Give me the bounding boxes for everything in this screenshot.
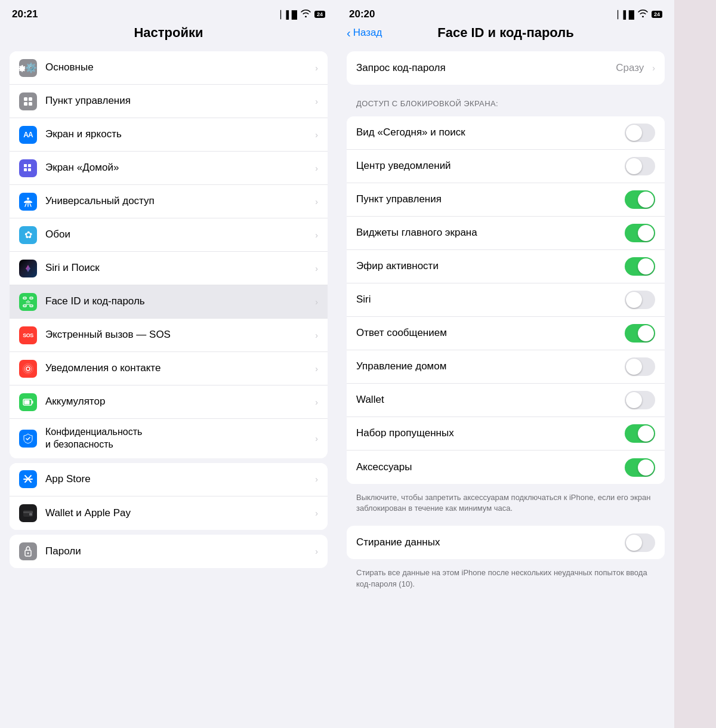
label-tsentr-uved: Центр уведомлений	[356, 159, 625, 172]
row-sos[interactable]: SOS Экстренный вызов — SOS ›	[10, 319, 328, 352]
label-domoy: Экран «Домой»	[45, 161, 310, 174]
svg-rect-25	[29, 513, 32, 516]
back-label: Назад	[353, 27, 382, 39]
row-punkt-upr-toggle[interactable]: Пункт управления	[347, 183, 665, 217]
label-nabor: Набор пропущенных	[356, 427, 625, 440]
value-zapros-koda: Сразу	[616, 62, 644, 74]
row-wallet-toggle[interactable]: Wallet	[347, 384, 665, 417]
svg-point-27	[27, 552, 29, 554]
row-zapros-koda[interactable]: Запрос код-пароля Сразу ›	[347, 51, 665, 85]
svg-point-10	[27, 198, 29, 200]
section-title-lock: ДОСТУП С БЛОКИРОВКОЙ ЭКРАНА:	[337, 90, 674, 112]
svg-rect-3	[24, 102, 27, 106]
battery-right: 24	[652, 11, 662, 18]
row-oboi[interactable]: ✿ Обои ›	[10, 218, 328, 252]
label-sos: Экстренный вызов — SOS	[45, 328, 310, 341]
row-konfid[interactable]: Конфиденциальность и безопасность ›	[10, 419, 328, 458]
label-wallet-toggle: Wallet	[356, 393, 625, 406]
label-faceid: Face ID и код-пароль	[45, 295, 310, 308]
status-icons-right: ▏▌█ 24	[618, 9, 662, 20]
toggle-punkt-upr[interactable]	[625, 190, 655, 209]
row-siri[interactable]: Siri и Поиск ›	[10, 252, 328, 285]
row-paroli[interactable]: Пароли ›	[10, 535, 328, 568]
chevron-faceid: ›	[315, 297, 318, 307]
time-left: 20:21	[12, 8, 38, 20]
row-appstore[interactable]: App Store ›	[10, 463, 328, 496]
chevron-universal: ›	[315, 197, 318, 206]
svg-rect-4	[29, 102, 32, 106]
chevron-wallet: ›	[315, 508, 318, 518]
row-universal[interactable]: Универсальный доступ ›	[10, 185, 328, 218]
toggle-wallet[interactable]	[625, 391, 655, 409]
chevron-siri: ›	[315, 264, 318, 273]
row-efir[interactable]: Эфир активности	[347, 250, 665, 283]
icon-paroli	[19, 542, 37, 560]
svg-rect-22	[32, 400, 33, 403]
toggle-efir[interactable]	[625, 257, 655, 276]
row-otvet[interactable]: Ответ сообщением	[347, 317, 665, 350]
label-siri: Siri и Поиск	[45, 261, 310, 274]
row-akkum[interactable]: Аккумулятор ›	[10, 385, 328, 419]
chevron-uved-kontakt: ›	[315, 364, 318, 374]
label-aksessuary: Аксессуары	[356, 461, 625, 474]
label-universal: Универсальный доступ	[45, 195, 310, 208]
chevron-konfid: ›	[315, 434, 318, 443]
wifi-icon	[301, 9, 311, 20]
wifi-icon-right	[638, 9, 648, 20]
row-dom[interactable]: Управление домом	[347, 350, 665, 384]
back-chevron-icon: ‹	[347, 26, 351, 40]
svg-rect-24	[23, 511, 33, 513]
label-ekran: Экран и яркость	[45, 128, 310, 141]
row-siri-toggle[interactable]: Siri	[347, 283, 665, 317]
toggle-vidzhet[interactable]	[625, 224, 655, 242]
row-tsentr-uved[interactable]: Центр уведомлений	[347, 150, 665, 183]
settings-content-left: ⚙️ Основные › Пункт управления ›	[0, 47, 337, 728]
label-vid-segodnya: Вид «Сегодня» и поиск	[356, 126, 625, 139]
battery-left: 24	[314, 11, 325, 18]
icon-appstore	[19, 470, 37, 488]
label-efir: Эфир активности	[356, 260, 625, 273]
svg-rect-6	[28, 164, 31, 167]
label-uved-kontakt: Уведомления о контакте	[45, 362, 310, 375]
toggle-stiranie[interactable]	[625, 533, 655, 552]
svg-rect-8	[28, 168, 31, 171]
icon-sos: SOS	[19, 326, 37, 344]
toggle-aksessuary[interactable]	[625, 458, 655, 477]
label-oboi: Обои	[45, 228, 310, 241]
icon-uved-kontakt	[19, 360, 37, 378]
row-wallet[interactable]: Wallet и Apple Pay ›	[10, 496, 328, 530]
label-siri-toggle: Siri	[356, 293, 625, 306]
label-vidzhet: Виджеты главного экрана	[356, 226, 625, 239]
chevron-ekran: ›	[315, 130, 318, 140]
row-punkt[interactable]: Пункт управления ›	[10, 85, 328, 118]
row-vid-segodnya[interactable]: Вид «Сегодня» и поиск	[347, 116, 665, 150]
row-uved-kontakt[interactable]: Уведомления о контакте ›	[10, 352, 328, 385]
toggle-vid-segodnya[interactable]	[625, 124, 655, 142]
svg-rect-1	[24, 97, 27, 101]
label-appstore: App Store	[45, 473, 310, 486]
icon-universal	[19, 193, 37, 211]
row-osnovnye[interactable]: ⚙️ Основные ›	[10, 51, 328, 85]
row-stiranie[interactable]: Стирание данных	[347, 526, 665, 559]
row-nabor[interactable]: Набор пропущенных	[347, 417, 665, 451]
label-otvet: Ответ сообщением	[356, 326, 625, 340]
toggle-siri[interactable]	[625, 291, 655, 309]
settings-group-2: App Store › Wallet и Apple Pay ›	[10, 463, 328, 530]
toggle-otvet[interactable]	[625, 324, 655, 343]
toggle-tsentr-uved[interactable]	[625, 157, 655, 175]
svg-rect-21	[24, 400, 30, 404]
svg-rect-12	[30, 297, 33, 299]
svg-point-17	[26, 367, 30, 371]
label-paroli: Пароли	[45, 545, 310, 558]
row-vidzhet[interactable]: Виджеты главного экрана	[347, 217, 665, 250]
toggle-nabor[interactable]	[625, 424, 655, 443]
toggle-group: Вид «Сегодня» и поиск Центр уведомлений …	[347, 116, 665, 484]
toggle-dom[interactable]	[625, 357, 655, 376]
back-button[interactable]: ‹ Назад	[347, 26, 382, 40]
svg-point-15	[26, 301, 27, 303]
row-faceid[interactable]: Face ID и код-пароль ›	[10, 285, 328, 319]
erase-note: Стирать все данные на этом iPhone после …	[337, 564, 674, 596]
row-aksessuary[interactable]: Аксессуары	[347, 451, 665, 484]
row-domoy[interactable]: Экран «Домой» ›	[10, 152, 328, 185]
row-ekran[interactable]: AA Экран и яркость ›	[10, 118, 328, 152]
